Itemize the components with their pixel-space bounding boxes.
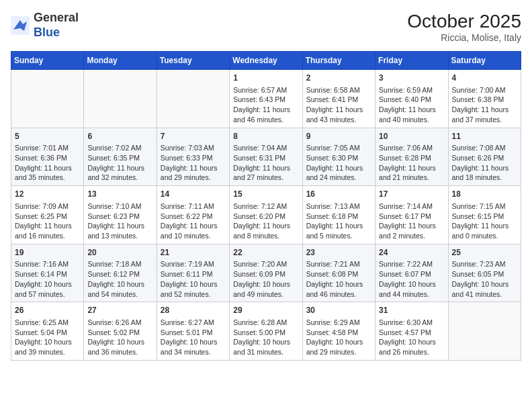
calendar-cell: 7Sunrise: 7:03 AMSunset: 6:33 PMDaylight… [157, 128, 229, 186]
calendar-cell: 17Sunrise: 7:14 AMSunset: 6:17 PMDayligh… [375, 186, 448, 244]
day-info: Daylight: 11 hours and 21 minutes. [379, 163, 444, 183]
day-info: Sunset: 6:36 PM [15, 153, 80, 163]
day-number: 7 [161, 131, 226, 142]
day-number: 16 [306, 189, 371, 200]
calendar-cell: 19Sunrise: 7:16 AMSunset: 6:14 PMDayligh… [11, 244, 84, 302]
day-info: Daylight: 10 hours and 57 minutes. [15, 279, 80, 299]
day-info: Sunrise: 7:18 AM [87, 259, 152, 269]
weekday-header-thursday: Thursday [302, 52, 375, 70]
day-info: Sunrise: 7:16 AM [15, 259, 80, 269]
day-info: Sunset: 6:20 PM [233, 212, 298, 222]
day-info: Daylight: 10 hours and 39 minutes. [15, 337, 80, 357]
day-info: Sunrise: 7:09 AM [15, 201, 80, 212]
day-info: Sunrise: 7:14 AM [379, 201, 444, 212]
day-number: 20 [87, 247, 152, 259]
day-number: 21 [161, 247, 226, 259]
calendar-cell: 6Sunrise: 7:02 AMSunset: 6:35 PMDaylight… [84, 128, 157, 186]
day-info: Sunrise: 7:02 AM [87, 143, 152, 153]
calendar-cell: 3Sunrise: 6:59 AMSunset: 6:40 PMDaylight… [375, 70, 448, 128]
calendar-week-row: 5Sunrise: 7:01 AMSunset: 6:36 PMDaylight… [11, 128, 521, 186]
day-number: 13 [87, 189, 152, 200]
logo-general-text: General [34, 11, 79, 24]
calendar-cell: 4Sunrise: 7:00 AMSunset: 6:38 PMDaylight… [448, 70, 521, 128]
day-info: Daylight: 10 hours and 26 minutes. [379, 337, 444, 357]
day-number: 12 [15, 189, 80, 200]
day-info: Sunrise: 7:11 AM [161, 201, 226, 212]
day-info: Sunrise: 7:05 AM [306, 143, 371, 153]
day-info: Sunset: 6:17 PM [379, 212, 444, 222]
day-number: 8 [233, 131, 298, 142]
day-info: Daylight: 11 hours and 35 minutes. [15, 163, 80, 183]
day-info: Sunrise: 7:03 AM [161, 143, 226, 153]
day-info: Sunset: 6:25 PM [15, 212, 80, 222]
day-info: Sunrise: 7:06 AM [379, 143, 444, 153]
day-number: 23 [306, 247, 371, 259]
day-number: 2 [306, 73, 371, 84]
day-info: Daylight: 11 hours and 5 minutes. [306, 221, 371, 240]
day-number: 4 [452, 73, 517, 84]
day-number: 3 [379, 73, 444, 84]
calendar-cell: 22Sunrise: 7:20 AMSunset: 6:09 PMDayligh… [230, 244, 302, 302]
day-info: Sunset: 6:11 PM [161, 269, 226, 279]
day-info: Sunset: 6:30 PM [306, 153, 371, 163]
day-info: Sunset: 6:08 PM [306, 269, 371, 279]
weekday-header-monday: Monday [84, 52, 157, 70]
day-info: Sunrise: 6:27 AM [161, 318, 226, 328]
day-info: Sunset: 6:41 PM [306, 95, 371, 105]
day-info: Sunset: 6:33 PM [161, 153, 226, 163]
day-info: Daylight: 11 hours and 16 minutes. [15, 221, 80, 240]
day-info: Sunrise: 7:21 AM [306, 259, 371, 269]
day-info: Sunrise: 7:22 AM [379, 259, 444, 269]
day-info: Daylight: 11 hours and 32 minutes. [87, 163, 152, 183]
calendar-cell: 1Sunrise: 6:57 AMSunset: 6:43 PMDaylight… [230, 70, 302, 128]
day-info: Sunrise: 6:58 AM [306, 85, 371, 95]
day-number: 22 [233, 247, 298, 259]
day-number: 31 [379, 305, 444, 316]
day-info: Sunrise: 7:08 AM [452, 143, 517, 153]
day-number: 15 [233, 189, 298, 200]
calendar-week-row: 26Sunrise: 6:25 AMSunset: 5:04 PMDayligh… [11, 302, 521, 361]
day-info: Daylight: 10 hours and 34 minutes. [161, 337, 226, 357]
day-info: Sunset: 6:23 PM [87, 212, 152, 222]
weekday-header-saturday: Saturday [448, 52, 521, 70]
day-info: Sunset: 4:58 PM [306, 328, 371, 338]
day-info: Sunrise: 7:19 AM [161, 259, 226, 269]
day-info: Daylight: 11 hours and 10 minutes. [161, 221, 226, 240]
calendar-cell [157, 70, 229, 128]
day-number: 19 [15, 247, 80, 259]
day-info: Sunrise: 7:04 AM [233, 143, 298, 153]
day-info: Daylight: 11 hours and 0 minutes. [452, 221, 517, 240]
day-number: 24 [379, 247, 444, 259]
calendar-cell: 25Sunrise: 7:23 AMSunset: 6:05 PMDayligh… [448, 244, 521, 302]
calendar-cell: 31Sunrise: 6:30 AMSunset: 4:57 PMDayligh… [375, 302, 448, 361]
page-header: General Blue October 2025 Riccia, Molise… [11, 11, 521, 43]
day-info: Sunset: 6:07 PM [379, 269, 444, 279]
calendar-cell [84, 70, 157, 128]
day-info: Sunset: 6:38 PM [452, 95, 517, 105]
calendar-cell: 16Sunrise: 7:13 AMSunset: 6:18 PMDayligh… [302, 186, 375, 244]
day-number: 27 [87, 305, 152, 316]
day-info: Daylight: 10 hours and 36 minutes. [87, 337, 152, 357]
day-info: Sunrise: 7:15 AM [452, 201, 517, 212]
calendar-cell: 26Sunrise: 6:25 AMSunset: 5:04 PMDayligh… [11, 302, 84, 361]
calendar-week-row: 12Sunrise: 7:09 AMSunset: 6:25 PMDayligh… [11, 186, 521, 244]
day-info: Sunrise: 7:12 AM [233, 201, 298, 212]
day-info: Daylight: 10 hours and 31 minutes. [233, 337, 298, 357]
calendar-cell: 5Sunrise: 7:01 AMSunset: 6:36 PMDaylight… [11, 128, 84, 186]
day-number: 9 [306, 131, 371, 142]
calendar-cell [11, 70, 84, 128]
day-info: Sunrise: 7:23 AM [452, 259, 517, 269]
day-info: Daylight: 11 hours and 29 minutes. [161, 163, 226, 183]
day-number: 18 [452, 189, 517, 200]
day-info: Sunset: 6:14 PM [15, 269, 80, 279]
calendar-cell: 14Sunrise: 7:11 AMSunset: 6:22 PMDayligh… [157, 186, 229, 244]
day-info: Daylight: 10 hours and 41 minutes. [452, 279, 517, 299]
day-number: 1 [233, 73, 298, 84]
day-number: 10 [379, 131, 444, 142]
day-info: Sunset: 6:15 PM [452, 212, 517, 222]
calendar-cell: 8Sunrise: 7:04 AMSunset: 6:31 PMDaylight… [230, 128, 302, 186]
calendar-cell [448, 302, 521, 361]
day-info: Sunset: 5:04 PM [15, 328, 80, 338]
day-info: Sunset: 6:26 PM [452, 153, 517, 163]
day-info: Sunset: 6:09 PM [233, 269, 298, 279]
